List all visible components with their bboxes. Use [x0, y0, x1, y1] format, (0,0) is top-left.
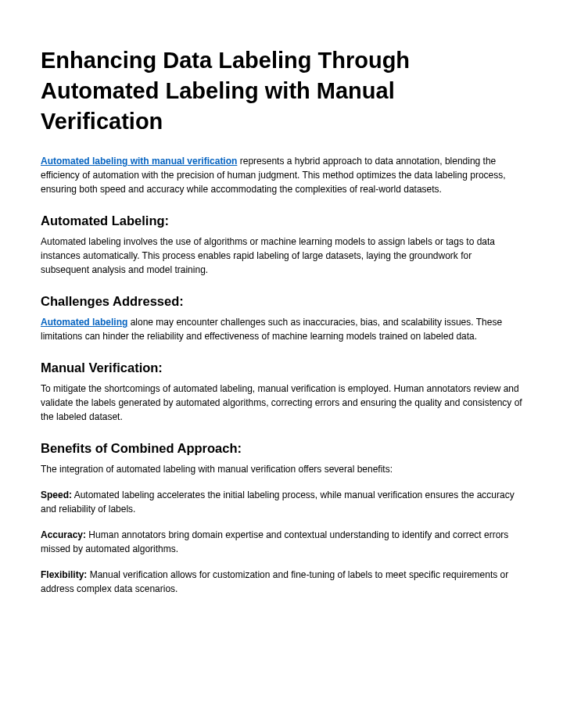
heading-manual-verification: Manual Verification: — [41, 360, 522, 375]
body-manual-verification: To mitigate the shortcomings of automate… — [41, 382, 522, 424]
benefit-speed-text: Automated labeling accelerates the initi… — [41, 490, 515, 515]
benefit-accuracy: Accuracy: Human annotators bring domain … — [41, 528, 522, 556]
intro-link[interactable]: Automated labeling with manual verificat… — [41, 156, 237, 167]
heading-challenges: Challenges Addressed: — [41, 294, 522, 309]
heading-automated-labeling: Automated Labeling: — [41, 213, 522, 228]
heading-benefits: Benefits of Combined Approach: — [41, 441, 522, 456]
benefit-flexibility-label: Flexibility: — [41, 569, 87, 580]
benefit-flexibility-text: Manual verification allows for customiza… — [41, 569, 508, 594]
benefit-accuracy-label: Accuracy: — [41, 529, 86, 540]
benefit-speed-label: Speed: — [41, 490, 72, 500]
benefit-accuracy-text: Human annotators bring domain expertise … — [41, 529, 508, 554]
page-title: Enhancing Data Labeling Through Automate… — [41, 45, 522, 137]
body-challenges: Automated labeling alone may encounter c… — [41, 315, 522, 343]
benefit-flexibility: Flexibility: Manual verification allows … — [41, 568, 522, 596]
benefit-speed: Speed: Automated labeling accelerates th… — [41, 488, 522, 516]
body-automated-labeling: Automated labeling involves the use of a… — [41, 235, 522, 277]
benefits-intro: The integration of automated labeling wi… — [41, 462, 522, 476]
intro-paragraph: Automated labeling with manual verificat… — [41, 154, 522, 196]
challenges-link[interactable]: Automated labeling — [41, 317, 127, 328]
